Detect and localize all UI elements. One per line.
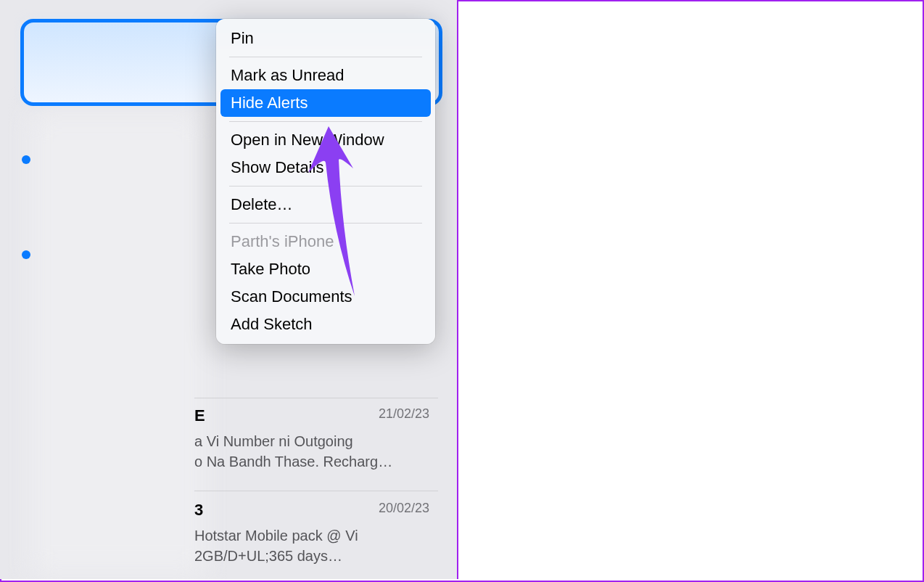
message-preview-line1: a Vi Number ni Outgoing — [194, 433, 353, 449]
menu-show-details[interactable]: Show Details — [216, 154, 435, 181]
sender-fragment: 3 — [194, 501, 203, 520]
blurred-conversation-list — [30, 112, 205, 577]
messages-panel: E 21/02/23 a Vi Number ni Outgoing o Na … — [0, 0, 458, 579]
menu-pin[interactable]: Pin — [216, 25, 435, 52]
menu-delete[interactable]: Delete… — [216, 191, 435, 218]
unread-indicator-icon — [22, 250, 30, 259]
menu-separator — [229, 186, 422, 187]
row-divider — [194, 398, 438, 398]
menu-scan-documents[interactable]: Scan Documents — [216, 283, 435, 311]
message-preview-line1: Hotstar Mobile pack @ Vi — [194, 528, 358, 544]
menu-mark-unread[interactable]: Mark as Unread — [216, 62, 435, 89]
message-date: 21/02/23 — [379, 406, 429, 422]
unread-indicator-icon — [22, 155, 30, 164]
menu-hide-alerts[interactable]: Hide Alerts — [220, 89, 431, 117]
message-preview-line2: 2GB/D+UL;365 days… — [194, 548, 342, 564]
message-date: 20/02/23 — [379, 501, 429, 516]
menu-device-header: Parth's iPhone — [216, 228, 435, 255]
menu-separator — [229, 223, 422, 224]
menu-take-photo[interactable]: Take Photo — [216, 255, 435, 283]
menu-separator — [229, 121, 422, 122]
menu-separator — [229, 57, 422, 57]
menu-add-sketch[interactable]: Add Sketch — [216, 311, 435, 338]
context-menu: Pin Mark as Unread Hide Alerts Open in N… — [216, 19, 435, 344]
row-divider — [194, 491, 438, 491]
message-preview-line2: o Na Bandh Thase. Recharg… — [194, 454, 392, 470]
sender-fragment: E — [194, 406, 205, 425]
menu-open-new-window[interactable]: Open in New Window — [216, 126, 435, 154]
